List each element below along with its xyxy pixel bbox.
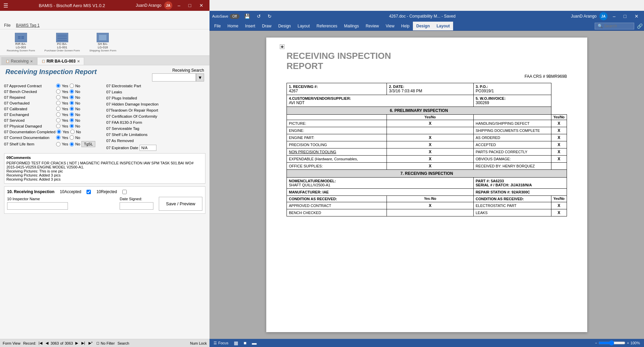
rir-icon-group[interactable]: RIR BA- LG-003 Receiving Screen Form — [4, 31, 38, 53]
word-menu-references[interactable]: References — [313, 22, 341, 30]
accepted-checkbox[interactable] — [86, 190, 91, 194]
check-row-doc-completed: 07 Documentation Completed Yes No — [3, 129, 105, 135]
nav-new-button[interactable]: ▶* — [88, 341, 94, 346]
word-menu-design-active[interactable]: Design — [413, 22, 433, 30]
serviced-yes[interactable] — [56, 118, 60, 122]
word-view-btn1[interactable]: ▦ — [234, 340, 238, 346]
search-dropdown-button[interactable]: ▼ — [196, 73, 204, 82]
date-signed-input[interactable] — [120, 202, 153, 210]
word-menu-mailings[interactable]: Mailings — [341, 22, 362, 30]
nav-last-button[interactable]: ▶| — [80, 341, 86, 346]
maximize-button[interactable]: □ — [186, 1, 194, 9]
word-menu-layout[interactable]: Layout — [294, 22, 313, 30]
repaired-no[interactable] — [70, 95, 74, 99]
physical-damaged-yes[interactable] — [56, 124, 60, 128]
table-move-handle[interactable]: ✥ — [280, 44, 284, 49]
focus-button[interactable]: ☰ Focus — [214, 341, 228, 345]
calibrated-no[interactable] — [70, 107, 74, 111]
word-menu-design[interactable]: Design — [275, 22, 294, 30]
focus-icon: ☰ — [214, 341, 217, 345]
tgsl-button[interactable]: TgSL — [81, 141, 95, 147]
po-label-form: Purchase Order Screen Form — [45, 49, 80, 52]
word-view-btn3[interactable]: ▬ — [252, 340, 256, 346]
po-icon-group[interactable]: PO BA- LG-001 Purchase Order Screen Form — [42, 31, 83, 53]
word-menu-view[interactable]: View — [382, 22, 398, 30]
ribbon-bamis-tag1[interactable]: BAMIS Tag 1 — [16, 23, 40, 28]
correct-doc-no[interactable] — [70, 135, 74, 140]
doc-completed-no[interactable] — [70, 130, 75, 134]
tab-rir-ba-lg-003[interactable]: 📋 RIR BA-LG-003 ✕ — [37, 57, 84, 65]
check-row-serviced: 07 Serviced Yes No — [3, 117, 105, 123]
check-row-calibrated: 07 Calibrated Yes No — [3, 106, 105, 112]
correct-doc-yes[interactable] — [56, 135, 60, 140]
nav-prev-button[interactable]: ◀ — [45, 341, 49, 346]
exchanged-no[interactable] — [70, 112, 74, 117]
tab-rir-close[interactable]: ✕ — [77, 60, 80, 63]
calibrated-yes[interactable] — [56, 107, 60, 111]
word-menu-insert[interactable]: Insert — [242, 22, 258, 30]
check-row-physical-damaged: 07 Physical Damaged Yes No — [3, 123, 105, 129]
search-input[interactable] — [152, 73, 196, 82]
exchanged-yes[interactable] — [56, 112, 60, 117]
approved-contract-yes[interactable] — [56, 84, 60, 88]
check-row-hidden-damage: 07 Hidden Damage Inspection — [105, 101, 207, 107]
word-maximize-button[interactable]: □ — [621, 12, 629, 20]
inspector-name-input[interactable] — [7, 202, 68, 210]
word-share-button[interactable]: 🔗 — [637, 23, 643, 29]
bench-checked-yes[interactable] — [56, 89, 60, 94]
word-save-button[interactable]: 💾 — [242, 12, 252, 20]
date-signed-area: Date Signed: — [120, 197, 153, 210]
close-button[interactable]: ✕ — [197, 1, 206, 9]
word-document-area[interactable]: ✥ RECEIVING INSPECTION REPORT FAA CRS # … — [209, 31, 644, 339]
overhauled-yes[interactable] — [56, 101, 60, 105]
word-redo-button[interactable]: ↻ — [266, 12, 274, 20]
word-menu-review[interactable]: Review — [362, 22, 382, 30]
autosave-toggle[interactable]: Off — [230, 14, 240, 19]
word-menu-draw[interactable]: Draw — [258, 22, 275, 30]
shelf-life-no[interactable] — [70, 142, 74, 146]
word-search-input[interactable] — [604, 24, 631, 28]
sh-icon-group[interactable]: SH BA- LG-018 Shipping Screen Form — [87, 31, 119, 53]
word-search-area: 🔍 🔗 — [595, 23, 643, 29]
doc-completed-yes[interactable] — [57, 130, 61, 134]
physical-damaged-no[interactable] — [70, 124, 74, 128]
zoom-in-icon: + — [627, 341, 629, 345]
tab-receiving-close[interactable]: ✕ — [30, 60, 33, 63]
tab-receiving[interactable]: 📋 Receiving ✕ — [1, 57, 37, 65]
word-menu-layout-active[interactable]: Layout — [433, 22, 453, 30]
global-status-bar: Form View Record: |◀ ◀ 3063 of 3063 ▶ ▶|… — [0, 339, 209, 347]
nav-first-button[interactable]: |◀ — [38, 341, 43, 346]
title-bar-right: JuanD Arango JA – □ ✕ — [136, 1, 206, 9]
word-menu-home[interactable]: Home — [224, 22, 242, 30]
check-row-shelf-life-lim: 07 Shelf Life Limitations — [105, 132, 207, 138]
save-preview-button[interactable]: Save / Preview — [159, 197, 202, 211]
sh-label-line2: LG-018 — [98, 46, 108, 49]
comments-section: 09Comments PERFORMED TEST FOR CRACKS ( N… — [4, 153, 205, 184]
word-minimize-button[interactable]: – — [610, 12, 618, 20]
rejected-checkbox[interactable] — [122, 190, 127, 194]
shelf-life-yes[interactable] — [56, 142, 60, 146]
ribbon-file[interactable]: File — [4, 23, 10, 28]
word-menu-help[interactable]: Help — [398, 22, 413, 30]
serviced-no[interactable] — [70, 118, 74, 122]
check-row-faa-8130: 07 FAA 8130-3 Form — [105, 119, 207, 125]
approved-contract-no[interactable] — [70, 84, 74, 88]
minimize-button[interactable]: – — [175, 1, 183, 9]
overhauled-no[interactable] — [70, 101, 74, 105]
word-view-btn2[interactable]: ■ — [244, 340, 246, 346]
word-close-button[interactable]: ✕ — [632, 12, 641, 20]
repaired-yes[interactable] — [56, 95, 60, 99]
zoom-slider[interactable] — [598, 340, 625, 346]
num-lock-label: Num Lock — [190, 341, 207, 345]
nav-next-button[interactable]: ▶ — [74, 341, 79, 346]
word-undo-button[interactable]: ↺ — [255, 12, 263, 20]
no-filter-icon: ◻ — [96, 341, 99, 345]
word-menu-file[interactable]: File — [211, 22, 224, 30]
status-search-input[interactable] — [118, 341, 138, 345]
expiration-date-input[interactable] — [140, 145, 156, 151]
bench-checked-no[interactable] — [70, 89, 74, 94]
sh-label-line1: SH BA- — [98, 42, 108, 46]
check-row-cert-conformity: 07 Certification Of Conformity — [105, 113, 207, 119]
app-menu-icon[interactable]: ☰ — [3, 2, 8, 9]
check-row-correct-doc: 07 Correct Documentation Yes No — [3, 135, 105, 140]
